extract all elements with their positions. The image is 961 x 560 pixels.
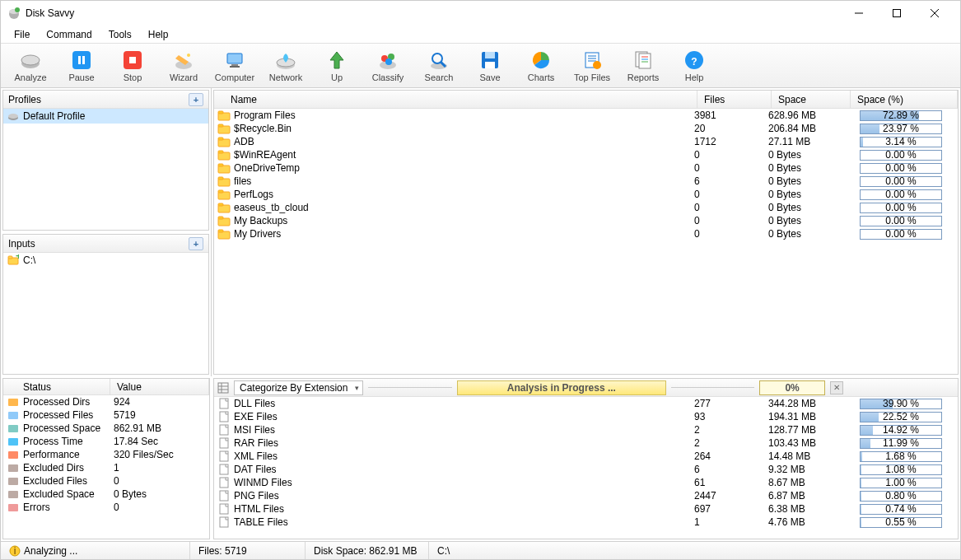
maximize-button[interactable]: [878, 1, 916, 26]
directory-row[interactable]: Program Files3981628.96 MB72.89 %: [214, 109, 958, 122]
menu-tools[interactable]: Tools: [100, 27, 140, 42]
category-row[interactable]: WINMD Files618.67 MB1.00 %: [214, 476, 958, 489]
menu-help[interactable]: Help: [140, 27, 177, 42]
input-item[interactable]: +C:\: [3, 253, 208, 268]
col-pct[interactable]: Space (%): [851, 91, 958, 108]
category-row[interactable]: RAR Files2103.43 MB11.99 %: [214, 436, 958, 450]
col-name[interactable]: Name: [214, 91, 697, 108]
up-button[interactable]: Up: [312, 45, 362, 86]
directory-row[interactable]: My Backups00 Bytes0.00 %: [214, 214, 958, 227]
stat-value: 0 Bytes: [114, 488, 147, 500]
stat-value: 5719: [114, 409, 136, 421]
cat-pct: 11.99 %: [847, 438, 954, 449]
menu-command[interactable]: Command: [38, 27, 100, 42]
directory-row[interactable]: OneDriveTemp00 Bytes0.00 %: [214, 161, 958, 175]
computer-button[interactable]: Computer: [210, 45, 259, 86]
computer-icon: [223, 49, 246, 72]
category-row[interactable]: XML Files26414.48 MB1.68 %: [214, 450, 958, 463]
directory-row[interactable]: My Drivers00 Bytes0.00 %: [214, 227, 958, 240]
help-button[interactable]: ?Help: [669, 45, 719, 86]
up-icon: [325, 49, 348, 72]
add-profile-button[interactable]: +: [189, 93, 203, 106]
cat-pct: 1.68 %: [847, 451, 954, 462]
save-button[interactable]: Save: [465, 45, 515, 86]
stat-icon: [7, 502, 20, 513]
search-button[interactable]: Search: [414, 45, 464, 86]
stat-label: Processed Files: [23, 409, 114, 421]
input-label: C:\: [23, 254, 35, 266]
minimize-button[interactable]: [840, 1, 878, 26]
stat-icon: [7, 422, 20, 434]
cat-files: 697: [694, 503, 768, 515]
cat-space: 9.32 MB: [768, 464, 847, 475]
classify-button[interactable]: Classify: [363, 45, 413, 86]
directory-row[interactable]: PerfLogs00 Bytes0.00 %: [214, 188, 958, 201]
profile-item[interactable]: Default Profile: [3, 109, 208, 124]
category-row[interactable]: MSI Files2128.77 MB14.92 %: [214, 423, 958, 436]
dir-space: 0 Bytes: [768, 162, 847, 174]
directory-row[interactable]: easeus_tb_cloud00 Bytes0.00 %: [214, 201, 958, 214]
pause-button[interactable]: Pause: [57, 45, 106, 86]
svg-point-15: [187, 54, 190, 57]
profiles-panel: Profiles + Default Profile: [2, 90, 209, 231]
charts-button[interactable]: Charts: [516, 45, 566, 86]
close-button[interactable]: [916, 1, 954, 26]
titlebar: Disk Savvy: [1, 1, 960, 26]
menu-file[interactable]: File: [6, 27, 38, 42]
topfiles-button[interactable]: Top Files: [567, 45, 617, 86]
tool-label: Classify: [372, 72, 404, 82]
stat-row: Processed Files5719: [3, 408, 209, 422]
tool-label: Computer: [215, 72, 254, 82]
directory-row[interactable]: $Recycle.Bin20206.84 MB23.97 %: [214, 122, 958, 135]
file-icon: [217, 398, 231, 409]
analyze-button[interactable]: Analyze: [6, 45, 55, 86]
dir-space: 0 Bytes: [768, 149, 847, 161]
stat-icon: [7, 462, 20, 474]
category-row[interactable]: EXE Files93194.31 MB22.52 %: [214, 410, 958, 423]
reports-button[interactable]: Reports: [618, 45, 668, 86]
cat-space: 4.76 MB: [768, 516, 847, 528]
dir-files: 0: [694, 189, 768, 200]
category-row[interactable]: DAT Files69.32 MB1.08 %: [214, 463, 958, 476]
directory-row[interactable]: files60 Bytes0.00 %: [214, 175, 958, 188]
category-row[interactable]: HTML Files6976.38 MB0.74 %: [214, 502, 958, 516]
folder-icon: [217, 149, 231, 161]
file-icon: [217, 464, 231, 475]
dir-pct: 3.14 %: [847, 137, 954, 147]
info-icon: i: [9, 545, 21, 557]
categorize-dropdown[interactable]: Categorize By Extension: [234, 380, 363, 395]
dir-space: 0 Bytes: [768, 228, 847, 240]
category-row[interactable]: TABLE Files14.76 MB0.55 %: [214, 516, 958, 529]
folder-icon: [217, 175, 231, 187]
svg-rect-71: [8, 438, 18, 446]
dir-name: OneDriveTemp: [234, 162, 694, 174]
svg-rect-18: [230, 66, 240, 68]
folder-icon: [217, 215, 231, 226]
network-button[interactable]: Network: [261, 45, 310, 86]
dir-pct: 72.89 %: [847, 110, 954, 121]
cat-files: 2: [694, 424, 768, 436]
col-files[interactable]: Files: [697, 91, 772, 108]
stats-col-value[interactable]: Value: [110, 379, 209, 394]
svg-rect-59: [218, 177, 223, 180]
file-icon: [217, 450, 231, 462]
wizard-icon: [172, 49, 195, 72]
dir-space: 206.84 MB: [768, 123, 847, 134]
file-icon: [217, 437, 231, 449]
category-row[interactable]: DLL Files277344.28 MB39.90 %: [214, 397, 958, 410]
wizard-button[interactable]: Wizard: [159, 45, 208, 86]
svg-rect-37: [639, 54, 651, 68]
svg-point-24: [385, 58, 392, 65]
status-path: C:\: [429, 542, 960, 559]
category-row[interactable]: PNG Files24476.87 MB0.80 %: [214, 489, 958, 502]
stat-icon: [7, 409, 20, 421]
cat-files: 6: [694, 464, 768, 475]
directory-row[interactable]: ADB171227.11 MB3.14 %: [214, 135, 958, 148]
directory-row[interactable]: $WinREAgent00 Bytes0.00 %: [214, 148, 958, 161]
stop-button[interactable]: Stop: [108, 45, 157, 86]
close-category-button[interactable]: ✕: [830, 381, 843, 394]
col-space[interactable]: Space: [772, 91, 851, 108]
stat-icon: [7, 449, 20, 460]
stats-col-status[interactable]: Status: [3, 379, 110, 394]
add-input-button[interactable]: +: [189, 237, 203, 250]
